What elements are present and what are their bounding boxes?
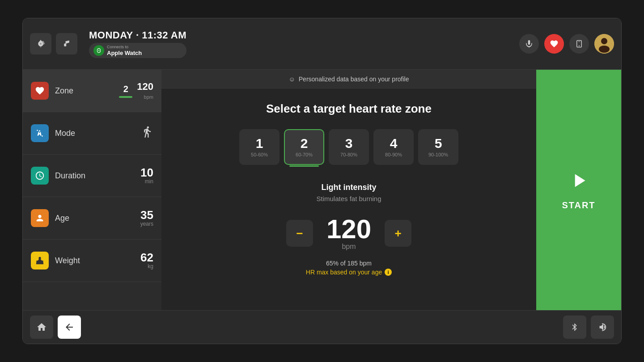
connects-to-label: Connects to bbox=[107, 45, 142, 50]
zone-4-num: 4 bbox=[390, 137, 398, 150]
watch-icon bbox=[93, 45, 104, 56]
main-content: Zone 2 120 bpm Mo bbox=[23, 70, 621, 310]
center-content: Select a target heart rate zone 1 50-60%… bbox=[161, 88, 536, 310]
top-bar-left: MONDAY · 11:32 AM Connects to Apple Watc… bbox=[30, 29, 186, 58]
zone-1-num: 1 bbox=[256, 137, 263, 150]
zone-card-1[interactable]: 1 50-60% bbox=[239, 129, 280, 165]
zone-card-5[interactable]: 5 90-100% bbox=[418, 129, 458, 165]
svg-point-5 bbox=[601, 38, 607, 44]
mode-label: Mode bbox=[55, 129, 141, 138]
phone-button[interactable] bbox=[569, 34, 589, 54]
svg-point-0 bbox=[40, 43, 42, 45]
zone-1-range: 50-60% bbox=[251, 152, 268, 157]
apple-watch-badge[interactable]: Connects to Apple Watch bbox=[89, 43, 186, 58]
sidebar-item-mode[interactable]: Mode bbox=[23, 112, 161, 155]
hr-info: 65% of 185 bpm HR max based on your age … bbox=[306, 260, 392, 276]
svg-rect-3 bbox=[578, 42, 580, 42]
zone-5-num: 5 bbox=[435, 137, 442, 150]
bluetooth-button[interactable] bbox=[563, 316, 586, 339]
zone-5-range: 90-100% bbox=[428, 152, 448, 157]
sidebar-item-duration[interactable]: Duration 10 min bbox=[23, 155, 161, 197]
sidebar-item-weight[interactable]: Weight 62 kg bbox=[23, 240, 161, 282]
svg-point-6 bbox=[599, 46, 610, 53]
zone-card-4[interactable]: 4 80-90% bbox=[373, 129, 414, 165]
personalized-bar: ☺ Personalized data based on your profil… bbox=[161, 70, 536, 88]
zone-bpm-value: 120 bbox=[137, 81, 153, 92]
zone-selected-indicator bbox=[289, 165, 319, 167]
heart-button[interactable] bbox=[544, 34, 564, 54]
zone-2-num: 2 bbox=[301, 137, 308, 150]
home-button[interactable] bbox=[30, 316, 53, 339]
zone-number: 2 bbox=[123, 84, 128, 94]
start-panel[interactable]: START bbox=[536, 70, 621, 310]
center-panel: ☺ Personalized data based on your profil… bbox=[161, 70, 536, 310]
app-window: MONDAY · 11:32 AM Connects to Apple Watc… bbox=[22, 18, 622, 344]
title-section: MONDAY · 11:32 AM Connects to Apple Watc… bbox=[89, 29, 186, 58]
watch-name-label: Apple Watch bbox=[107, 50, 142, 56]
age-number: 35 bbox=[140, 209, 153, 221]
music-button[interactable] bbox=[56, 33, 77, 55]
age-value: 35 years bbox=[140, 209, 153, 227]
bottom-bar bbox=[23, 310, 621, 344]
top-bar-right bbox=[519, 34, 614, 54]
duration-label: Duration bbox=[55, 171, 140, 181]
hr-max-text: HR max based on your age i bbox=[306, 269, 392, 276]
zone-icon bbox=[31, 82, 49, 100]
bottom-right bbox=[563, 316, 614, 339]
age-label: Age bbox=[55, 214, 140, 223]
day-time: MONDAY · 11:32 AM bbox=[89, 29, 186, 41]
start-label: START bbox=[562, 200, 595, 210]
increase-bpm-button[interactable]: + bbox=[385, 220, 411, 247]
time-separator: · bbox=[136, 29, 142, 41]
zone-card-2[interactable]: 2 60-70% bbox=[284, 129, 324, 165]
weight-value: 62 kg bbox=[140, 252, 153, 269]
bpm-control: − 120 bpm + bbox=[286, 216, 411, 251]
svg-point-2 bbox=[579, 45, 580, 46]
personalized-icon: ☺ bbox=[288, 76, 295, 83]
zone-label: Zone bbox=[55, 86, 119, 96]
running-icon bbox=[141, 126, 153, 141]
personalized-text: Personalized data based on your profile bbox=[299, 76, 409, 83]
zone-bar bbox=[119, 96, 132, 98]
zone-card-3[interactable]: 3 70-80% bbox=[329, 129, 369, 165]
top-bar: MONDAY · 11:32 AM Connects to Apple Watc… bbox=[23, 18, 621, 70]
bottom-left bbox=[30, 316, 81, 339]
weight-unit: kg bbox=[140, 263, 153, 269]
decrease-bpm-button[interactable]: − bbox=[286, 220, 313, 247]
back-button[interactable] bbox=[58, 316, 81, 339]
sidebar-item-age[interactable]: Age 35 years bbox=[23, 197, 161, 240]
weight-label: Weight bbox=[55, 256, 140, 265]
microphone-button[interactable] bbox=[519, 34, 539, 54]
zone-bpm-unit: bpm bbox=[144, 94, 153, 100]
zone-bpm-display: 120 bpm bbox=[137, 81, 153, 101]
avatar-button[interactable] bbox=[594, 34, 614, 54]
bpm-value: 120 bbox=[326, 214, 371, 244]
duration-unit: min bbox=[140, 178, 153, 185]
bpm-display: 120 bpm bbox=[326, 216, 371, 251]
zone-selector: 1 50-60% 2 60-70% 3 70-80% 4 80-90% bbox=[239, 129, 458, 165]
age-unit: years bbox=[140, 221, 153, 227]
age-icon bbox=[31, 209, 49, 227]
weight-number: 62 bbox=[140, 252, 153, 263]
watch-text: Connects to Apple Watch bbox=[107, 45, 142, 56]
day-label: MONDAY bbox=[89, 29, 133, 41]
intensity-label: Light intensity bbox=[322, 183, 377, 192]
info-icon[interactable]: i bbox=[385, 269, 392, 276]
zone-2-range: 60-70% bbox=[296, 152, 313, 157]
play-icon bbox=[568, 169, 590, 196]
zone-4-range: 80-90% bbox=[385, 152, 402, 157]
weight-icon bbox=[31, 252, 49, 269]
sidebar: Zone 2 120 bpm Mo bbox=[23, 70, 161, 310]
duration-value: 10 min bbox=[140, 167, 153, 185]
duration-number: 10 bbox=[140, 167, 153, 178]
mode-icon bbox=[31, 124, 49, 142]
sidebar-item-zone[interactable]: Zone 2 120 bpm bbox=[23, 70, 161, 112]
hr-percent-text: 65% of 185 bpm bbox=[306, 260, 392, 267]
duration-icon bbox=[31, 167, 49, 185]
zone-3-range: 70-80% bbox=[340, 152, 357, 157]
volume-button[interactable] bbox=[591, 316, 614, 339]
time-label: 11:32 AM bbox=[142, 29, 186, 41]
fan-button[interactable] bbox=[30, 33, 51, 55]
section-title: Select a target heart rate zone bbox=[266, 102, 432, 116]
zone-indicator: 2 bbox=[119, 84, 132, 98]
